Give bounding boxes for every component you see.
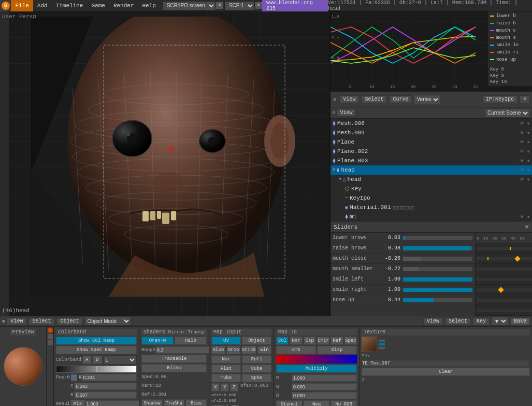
- orco-btn[interactable]: Orco: [226, 346, 240, 354]
- cube-btn[interactable]: Cube: [242, 365, 271, 373]
- slider-mouth-smaller[interactable]: mouth smaller -0.22: [330, 264, 475, 274]
- spec-mapto-btn[interactable]: Spec: [344, 337, 357, 345]
- win-btn[interactable]: Win: [257, 346, 271, 354]
- scene-close[interactable]: ×: [255, 2, 262, 9]
- y-btn[interactable]: Y: [221, 383, 229, 391]
- outline-keyipo[interactable]: ~ KeyIpo: [330, 193, 532, 203]
- outline-material[interactable]: ◉ Material.001 ▢▢▢▢▢▢▢▢: [330, 203, 532, 212]
- game-menu[interactable]: Game: [87, 0, 109, 11]
- slider-smile-right[interactable]: smile right 1.00: [330, 285, 475, 295]
- tex-slot-3[interactable]: [378, 346, 385, 349]
- slider-mouth-close[interactable]: mouth close -0.26: [330, 254, 475, 264]
- b-input[interactable]: [292, 392, 357, 399]
- outline-mesh009[interactable]: ⧫ Mesh.009 👁 ●: [330, 128, 532, 137]
- cb-b-input[interactable]: [74, 391, 137, 399]
- texture-thumb[interactable]: [362, 337, 377, 352]
- slider-lower-brows[interactable]: lower brows 0.03: [330, 233, 475, 243]
- r-input[interactable]: [292, 374, 357, 382]
- outline-plane002[interactable]: ⧫ Plane.002 👁 ●: [330, 147, 532, 156]
- outline-head-child[interactable]: ▼ △ head 👁 ●: [330, 175, 532, 184]
- screen-close[interactable]: ×: [216, 2, 223, 9]
- help-menu[interactable]: Help: [138, 0, 160, 11]
- slider-smile-left[interactable]: smile left 1.00: [330, 274, 475, 285]
- timeline-menu[interactable]: Timeline: [52, 0, 88, 11]
- slider-toolbar-key[interactable]: Key: [473, 317, 490, 325]
- nor-mapto-btn[interactable]: Nor: [290, 337, 302, 345]
- ref-mapto-btn[interactable]: Ref: [330, 337, 343, 345]
- norgb-btn[interactable]: No RGB: [330, 400, 357, 406]
- ipo-type-select[interactable]: Vertex: [414, 95, 440, 104]
- bias-btn[interactable]: Bias: [185, 399, 207, 406]
- neg-btn[interactable]: Neg: [304, 400, 330, 406]
- disp-btn[interactable]: Disp: [317, 346, 357, 354]
- uv-btn[interactable]: UV: [211, 337, 241, 345]
- oren-btn[interactable]: Oren-N: [141, 337, 174, 345]
- ctx-btn-1[interactable]: [48, 328, 53, 333]
- ipo-curve-btn[interactable]: Curve: [389, 95, 412, 103]
- tex-name[interactable]: TE:Tex.007: [362, 360, 530, 367]
- ipo-view-btn[interactable]: View: [339, 95, 359, 103]
- tex-slot-2[interactable]: [378, 343, 385, 346]
- outline-plane003[interactable]: ⧫ Plane.003 👁 ●: [330, 156, 532, 165]
- halo-btn[interactable]: Halo: [175, 337, 207, 345]
- ctx-btn-2[interactable]: [48, 334, 53, 339]
- stick-btn[interactable]: Stick: [241, 346, 256, 354]
- ctx-btn-3[interactable]: [48, 340, 53, 345]
- col-btn[interactable]: Col: [276, 337, 289, 345]
- outline-m1[interactable]: ⧫ m1 👁 ●: [330, 212, 532, 221]
- file-menu[interactable]: File: [11, 0, 33, 11]
- render-menu[interactable]: Render: [109, 0, 138, 11]
- slider-toolbar-view[interactable]: View: [423, 317, 443, 325]
- cb-r-input[interactable]: [81, 374, 137, 381]
- show-col-ramp-btn[interactable]: Show Col Ramp: [56, 337, 137, 345]
- clear-btn[interactable]: Clear: [362, 368, 530, 376]
- slider-nose-up[interactable]: nose up 0.44: [330, 295, 475, 305]
- blinn-btn[interactable]: Blinn: [141, 364, 207, 372]
- mix-input[interactable]: [85, 400, 139, 406]
- show-spec-ramp-btn[interactable]: Show Spec Ramp: [56, 346, 137, 354]
- screen-selector[interactable]: SCR:IPO screen: [162, 1, 216, 10]
- add-menu[interactable]: Add: [33, 0, 52, 11]
- mapto-color-bar[interactable]: [276, 355, 357, 363]
- outline-plane[interactable]: ⧫ Plane 👁 ●: [330, 137, 532, 147]
- csp-btn[interactable]: Csp: [304, 337, 316, 345]
- slider-raise-brows[interactable]: raise brows 0.98: [330, 243, 475, 254]
- cmir-btn[interactable]: Cmir: [317, 337, 329, 345]
- tex-slot-1[interactable]: [378, 339, 385, 342]
- outliner-scene-select[interactable]: Current Scene: [485, 108, 530, 118]
- bake-btn[interactable]: Bake: [510, 317, 530, 325]
- ipo-close[interactable]: ×: [520, 95, 530, 103]
- amb-btn[interactable]: Amb: [276, 346, 316, 354]
- glob-btn[interactable]: Glob: [211, 346, 225, 354]
- trasha-btn[interactable]: TraSha: [164, 399, 185, 406]
- multiply-btn[interactable]: Multiply: [276, 365, 357, 373]
- object-btn[interactable]: Object: [242, 337, 271, 345]
- flat-btn[interactable]: Flat: [211, 365, 241, 373]
- ipo-ip-label[interactable]: IP:KeyIpo: [482, 95, 517, 103]
- viewport-mode-select[interactable]: Object Mode: [84, 316, 131, 326]
- nor-btn[interactable]: Nor: [211, 355, 241, 363]
- slider-toolbar-select[interactable]: Select: [445, 317, 471, 325]
- shadow-btn[interactable]: Shadow: [141, 399, 163, 406]
- outline-key[interactable]: ⬡ Key: [330, 184, 532, 193]
- cb-interp-select[interactable]: LELS: [103, 355, 137, 365]
- slider-toolbar-select2[interactable]: ▼: [492, 316, 508, 326]
- g-input[interactable]: [292, 383, 357, 390]
- outline-mesh006[interactable]: ⧫ Mesh.006 👁 ●: [330, 119, 532, 128]
- outliner-view-btn[interactable]: View: [336, 109, 356, 117]
- cb-color-swatch[interactable]: [70, 374, 78, 381]
- stencil-btn[interactable]: Stencl: [276, 400, 303, 406]
- traceable-btn[interactable]: Traceable: [141, 355, 207, 363]
- colorband-gradient[interactable]: [56, 366, 137, 373]
- sliders-collapse[interactable]: [525, 226, 529, 229]
- tube-btn[interactable]: Tube: [211, 374, 241, 382]
- rough-input[interactable]: [155, 346, 209, 354]
- scene-selector[interactable]: SCE:1: [224, 1, 255, 10]
- outline-head[interactable]: ▼ ⧫ head 👁 ●: [330, 165, 532, 175]
- viewport-view-btn[interactable]: View: [7, 317, 26, 325]
- ipo-select-btn[interactable]: Select: [361, 95, 387, 103]
- refl-btn[interactable]: Refl: [242, 355, 271, 363]
- z-btn[interactable]: Z: [230, 383, 238, 391]
- cb-del-btn[interactable]: D: [93, 356, 102, 364]
- cb-g-input[interactable]: [74, 383, 137, 390]
